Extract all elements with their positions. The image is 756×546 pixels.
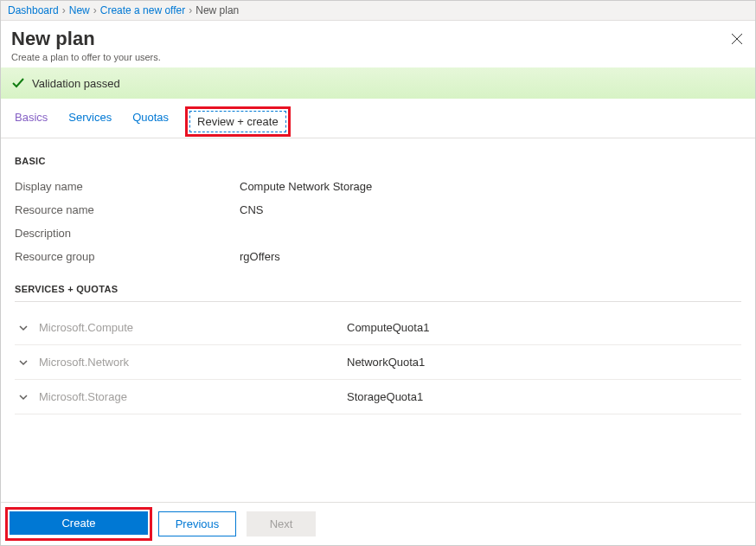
kv-value: CNS [240, 203, 263, 216]
section-label-basic: BASIC [15, 156, 741, 166]
kv-key: Resource name [15, 203, 240, 216]
service-quota: NetworkQuota1 [347, 356, 425, 369]
page-header: New plan Create a plan to offer to your … [1, 21, 755, 67]
breadcrumb-current: New plan [195, 4, 239, 16]
kv-value: Compute Network Storage [240, 180, 372, 193]
service-row-compute[interactable]: Microsoft.Compute ComputeQuota1 [15, 311, 741, 345]
kv-key: Description [15, 227, 240, 240]
close-button[interactable] [731, 33, 743, 45]
page-subtitle: Create a plan to offer to your users. [11, 52, 745, 62]
breadcrumb: Dashboard › New › Create a new offer › N… [1, 1, 755, 21]
kv-key: Display name [15, 180, 240, 193]
service-name: Microsoft.Compute [39, 321, 347, 334]
kv-resource-name: Resource name CNS [15, 198, 741, 222]
chevron-right-icon: › [93, 4, 97, 16]
service-name: Microsoft.Storage [39, 390, 347, 403]
create-button-highlight: Create [10, 511, 148, 536]
footer-bar: Create Previous Next [1, 502, 755, 545]
tab-basics[interactable]: Basics [15, 111, 48, 138]
kv-description: Description [15, 222, 741, 245]
kv-key: Resource group [15, 250, 240, 263]
content-area: BASIC Display name Compute Network Stora… [1, 138, 755, 414]
next-button: Next [247, 511, 316, 536]
tab-review-create[interactable]: Review + create [189, 111, 286, 132]
chevron-right-icon: › [62, 4, 66, 16]
service-name: Microsoft.Network [39, 356, 347, 369]
tab-services[interactable]: Services [68, 111, 112, 138]
section-label-services-quotas: SERVICES + QUOTAS [15, 284, 741, 302]
kv-resource-group: Resource group rgOffers [15, 245, 741, 268]
chevron-right-icon: › [189, 4, 192, 16]
chevron-down-icon [18, 392, 39, 402]
kv-value: rgOffers [240, 250, 280, 263]
service-row-network[interactable]: Microsoft.Network NetworkQuota1 [15, 345, 741, 380]
tab-quotas[interactable]: Quotas [132, 111, 169, 138]
breadcrumb-link-create-offer[interactable]: Create a new offer [100, 4, 186, 16]
service-quota: StorageQuota1 [347, 390, 423, 403]
breadcrumb-link-new[interactable]: New [69, 4, 90, 16]
validation-banner: Validation passed [1, 67, 755, 99]
validation-text: Validation passed [32, 77, 120, 90]
kv-display-name: Display name Compute Network Storage [15, 175, 741, 198]
service-quota: ComputeQuota1 [347, 321, 429, 334]
breadcrumb-link-dashboard[interactable]: Dashboard [8, 4, 59, 16]
tab-bar: Basics Services Quotas Review + create [1, 99, 755, 138]
close-icon [731, 33, 743, 45]
chevron-down-icon [18, 357, 39, 368]
page-title: New plan [11, 28, 745, 50]
check-icon [11, 76, 25, 90]
service-row-storage[interactable]: Microsoft.Storage StorageQuota1 [15, 380, 741, 414]
chevron-down-icon [18, 323, 39, 333]
create-button[interactable]: Create [10, 511, 148, 535]
previous-button[interactable]: Previous [158, 511, 236, 536]
